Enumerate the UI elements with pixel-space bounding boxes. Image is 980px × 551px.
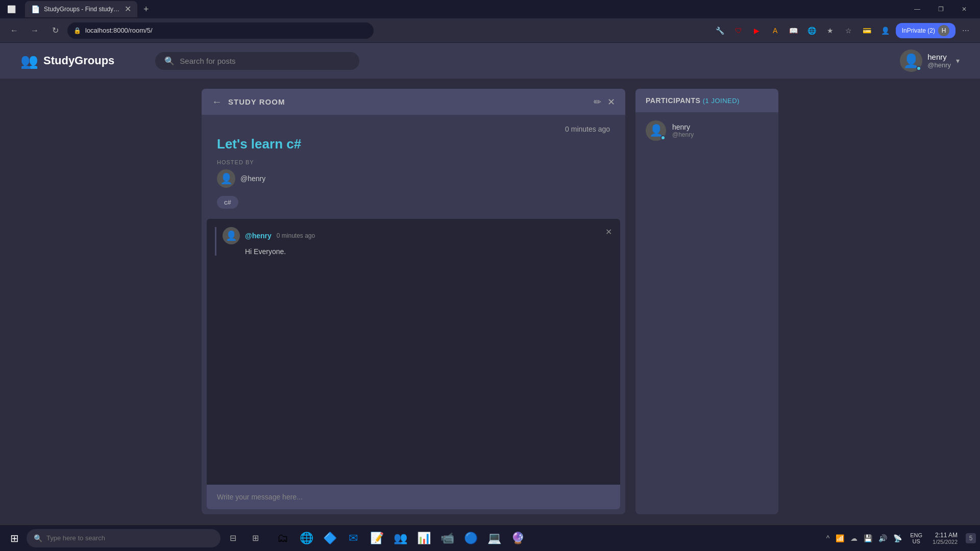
new-tab-button[interactable]: + xyxy=(139,3,153,16)
user-name: henry xyxy=(927,53,951,61)
forward-button[interactable]: → xyxy=(27,22,43,39)
translate-icon[interactable]: A xyxy=(767,22,783,39)
messages-container: 👤 @henry 0 minutes ago ✕ Hi Everyone. xyxy=(207,219,620,485)
participant-name: henry xyxy=(672,123,694,131)
square-tab-button[interactable]: ⬜ xyxy=(4,3,19,15)
taskbar-app-chrome[interactable]: 🌐 xyxy=(295,527,317,549)
taskbar-app-vs-purple[interactable]: 🔮 xyxy=(506,527,529,549)
taskbar-app-edge[interactable]: 🔷 xyxy=(318,527,341,549)
language-indicator[interactable]: ENG US xyxy=(908,532,924,544)
taskbar-app-zoom[interactable]: 📹 xyxy=(436,527,458,549)
favorites-icon[interactable]: ☆ xyxy=(841,22,857,39)
user-area[interactable]: 👤 henry @henry ▾ xyxy=(900,49,960,72)
tab-bar: ⬜ 📄 StudyGroups - Find study group ✕ + —… xyxy=(0,0,980,18)
taskbar-app-file-explorer[interactable]: 🗂 xyxy=(272,527,294,549)
participants-title-text: PARTICIPANTS xyxy=(646,96,700,105)
reload-button[interactable]: ↻ xyxy=(47,22,63,39)
back-arrow-icon[interactable]: ← xyxy=(212,96,222,108)
settings-icon[interactable]: ⋯ xyxy=(958,22,974,39)
browser-toolbar-icons: 🔧 🛡 ▶ A 📖 🌐 ★ ☆ 💳 👤 InPrivate (2) H ⋯ xyxy=(712,22,974,39)
participant-info: henry @henry xyxy=(672,123,694,138)
taskbar-search-input[interactable] xyxy=(46,534,213,542)
inprivate-avatar: H xyxy=(938,25,949,36)
browser-chrome: ⬜ 📄 StudyGroups - Find study group ✕ + —… xyxy=(0,0,980,43)
study-room-panel: ← STUDY ROOM ✏ ✕ 0 minutes ago Let's lea… xyxy=(202,89,625,514)
participant-online-dot xyxy=(660,135,666,140)
participant-item: 👤 henry @henry xyxy=(635,112,778,149)
system-clock[interactable]: 2:11 AM 1/25/2022 xyxy=(928,532,962,545)
globe-icon[interactable]: 🌐 xyxy=(804,22,820,39)
search-input[interactable] xyxy=(180,57,350,65)
participants-count: (1 Joined) xyxy=(703,97,740,105)
room-tag[interactable]: c# xyxy=(217,196,238,209)
clock-date: 1/25/2022 xyxy=(933,539,958,545)
notification-button[interactable]: 5 xyxy=(966,533,976,543)
message-close-button[interactable]: ✕ xyxy=(605,227,612,237)
search-bar[interactable]: 🔍 xyxy=(155,52,359,70)
edit-button[interactable]: ✏ xyxy=(594,96,601,108)
tab-title: StudyGroups - Find study group xyxy=(44,6,120,13)
tab-close-icon[interactable]: ✕ xyxy=(125,5,131,13)
participant-avatar-icon: 👤 xyxy=(649,124,663,137)
panel-header-left: ← STUDY ROOM xyxy=(212,96,285,108)
address-bar[interactable]: 🔒 localhost:8000/room/5/ xyxy=(67,22,374,39)
taskbar-app-edge-green[interactable]: 🔵 xyxy=(459,527,482,549)
tray-volume-icon[interactable]: 🔊 xyxy=(876,533,889,543)
widgets-button[interactable]: ⊞ xyxy=(245,528,265,548)
region-text: US xyxy=(913,538,920,544)
task-view-button[interactable]: ⊟ xyxy=(223,528,243,548)
taskbar-app-teams[interactable]: 👥 xyxy=(389,527,411,549)
close-button[interactable]: ✕ xyxy=(952,0,976,18)
taskbar-search-bar[interactable]: 🔍 xyxy=(27,529,220,547)
panel-header: ← STUDY ROOM ✏ ✕ xyxy=(202,89,625,115)
inprivate-button[interactable]: InPrivate (2) H xyxy=(896,23,955,38)
host-avatar: 👤 xyxy=(217,169,235,188)
app-wrapper: 👥 StudyGroups 🔍 👤 henry @henry ▾ ← xyxy=(0,43,980,524)
taskbar-app-outlook[interactable]: ✉ xyxy=(342,527,364,549)
message-text: Hi Everyone. xyxy=(223,247,612,256)
immersive-reader-icon[interactable]: 📖 xyxy=(786,22,802,39)
profile-icon[interactable]: 👤 xyxy=(877,22,894,39)
user-dropdown-arrow[interactable]: ▾ xyxy=(956,57,960,65)
collections-icon[interactable]: ★ xyxy=(822,22,839,39)
room-title: Let's learn c# xyxy=(217,136,610,152)
tab-favicon-icon: 📄 xyxy=(31,5,40,13)
youtube-icon[interactable]: ▶ xyxy=(749,22,765,39)
wallet-icon[interactable]: 💳 xyxy=(859,22,875,39)
main-content: ← STUDY ROOM ✏ ✕ 0 minutes ago Let's lea… xyxy=(0,79,980,524)
tray-chevron-icon[interactable]: ^ xyxy=(824,533,832,543)
system-tray-icons: ^ 📶 ☁ 💾 🔊 📡 xyxy=(824,533,904,543)
tray-onedrive-icon[interactable]: 💾 xyxy=(862,533,874,543)
extensions-icon[interactable]: 🔧 xyxy=(712,22,728,39)
back-button[interactable]: ← xyxy=(6,22,22,39)
taskbar-app-word[interactable]: 📝 xyxy=(365,527,388,549)
taskbar-app-excel[interactable]: 📊 xyxy=(412,527,435,549)
windows-taskbar: ⊞ 🔍 ⊟ ⊞ 🗂 🌐 🔷 ✉ 📝 👥 📊 📹 🔵 💻 🔮 ^ 📶 ☁ 💾 🔊 … xyxy=(0,524,980,551)
close-panel-button[interactable]: ✕ xyxy=(607,96,615,108)
room-time: 0 minutes ago xyxy=(217,125,610,133)
browser-tab-active[interactable]: 📄 StudyGroups - Find study group ✕ xyxy=(25,1,137,17)
search-icon: 🔍 xyxy=(164,56,175,66)
taskbar-app-vs[interactable]: 💻 xyxy=(483,527,505,549)
adblocker-icon[interactable]: 🛡 xyxy=(730,22,747,39)
tray-network-icon[interactable]: 📶 xyxy=(834,533,846,543)
minimize-button[interactable]: — xyxy=(905,0,929,18)
online-status-dot xyxy=(916,66,921,71)
lang-text: ENG xyxy=(910,532,922,538)
user-avatar: 👤 xyxy=(900,49,922,72)
tray-cloud-icon[interactable]: ☁ xyxy=(848,533,860,543)
participant-handle: @henry xyxy=(672,131,694,138)
maximize-button[interactable]: ❐ xyxy=(929,0,952,18)
clock-time: 2:11 AM xyxy=(935,532,958,539)
tray-wifi-icon[interactable]: 📡 xyxy=(891,533,904,543)
app-header: 👥 StudyGroups 🔍 👤 henry @henry ▾ xyxy=(0,43,980,79)
browser-nav-controls: ⬜ xyxy=(4,3,19,15)
start-button[interactable]: ⊞ xyxy=(4,528,24,548)
message-avatar-icon: 👤 xyxy=(226,230,237,241)
chat-area: 👤 @henry 0 minutes ago ✕ Hi Everyone. xyxy=(207,219,620,509)
taskbar-search-icon: 🔍 xyxy=(34,534,42,542)
logo-area: 👥 StudyGroups xyxy=(20,53,114,69)
user-info: henry @henry xyxy=(927,53,951,69)
message-input[interactable] xyxy=(207,485,620,509)
taskbar-right: ^ 📶 ☁ 💾 🔊 📡 ENG US 2:11 AM 1/25/2022 5 xyxy=(824,532,976,545)
